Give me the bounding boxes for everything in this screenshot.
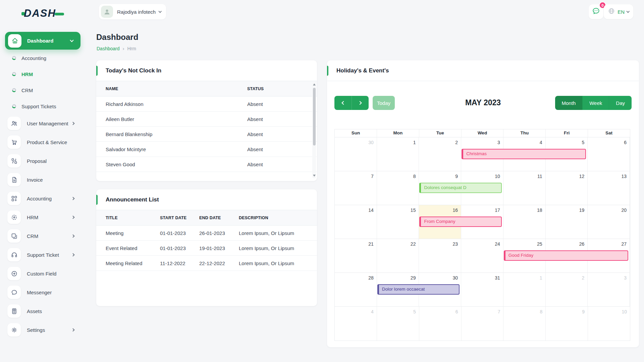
card-title: Holiday's & Event's <box>336 67 389 74</box>
sidebar-item-user-management[interactable]: User Management <box>0 114 87 133</box>
chat-bubble-icon <box>592 7 600 17</box>
calendar-event-dolor-lorem-occaecat[interactable]: Dolor lorem occaecat <box>377 284 460 295</box>
sidebar-item-label: Accounting <box>27 196 72 201</box>
language-selector[interactable]: EN <box>604 4 633 19</box>
scroll-down-icon[interactable] <box>313 175 316 177</box>
sidebar-item-invoice[interactable]: Invoice <box>0 170 87 189</box>
calendar-day-cell[interactable]: 21 <box>335 239 377 273</box>
day-number: 17 <box>495 207 500 213</box>
logo-text: DASH <box>24 7 56 19</box>
plus-circle-icon <box>7 267 21 280</box>
sidebar-item-custom-field[interactable]: Custom Field <box>0 264 87 283</box>
prev-month-button[interactable] <box>334 96 352 110</box>
calendar-day-cell[interactable]: 20 <box>588 205 630 239</box>
calendar-event-dolores-consequat-d[interactable]: Dolores consequat D <box>419 183 501 193</box>
table-cell: Aileen Butler <box>106 116 247 122</box>
today-button[interactable]: Today <box>373 96 395 110</box>
sidebar-subitem-support-tickets[interactable]: Support Tickets <box>0 98 87 114</box>
table-body: Meeting01-01-202326-01-2023Lorem Ipsum, … <box>96 226 317 271</box>
sidebar-item-messenger[interactable]: Messenger <box>0 283 87 302</box>
sidebar-item-dashboard[interactable]: Dashboard <box>5 32 80 50</box>
column-header: DESCRIPTION <box>239 216 308 220</box>
table-cell: Absent <box>247 131 308 137</box>
calendar-day-cell[interactable]: 6 <box>419 307 462 341</box>
calendar-day-cell[interactable]: 7 <box>462 307 504 341</box>
table-cell: Lorem Ipsum, Or Lipsum <box>239 245 308 251</box>
day-number: 9 <box>455 174 458 179</box>
sidebar-item-settings[interactable]: Settings <box>0 320 87 339</box>
calendar-day-cell[interactable]: 6 <box>588 137 630 171</box>
invoice-icon <box>7 173 21 186</box>
day-header-thu: Thu <box>503 129 546 137</box>
sidebar-subitem-accounting[interactable]: Accounting <box>0 50 87 66</box>
calendar-day-cell[interactable]: 30 <box>335 137 377 171</box>
next-month-button[interactable] <box>352 96 369 110</box>
calendar-day-cell[interactable]: 1 <box>377 137 419 171</box>
table-row: Steven GoodAbsent <box>96 157 317 172</box>
column-header: START DATE <box>160 216 199 220</box>
calendar-day-cell[interactable]: 2 <box>419 137 461 171</box>
sidebar-item-product-service[interactable]: Product & Service <box>0 133 87 152</box>
calendar-day-cell[interactable]: 23 <box>419 239 461 273</box>
calendar-event-from-company[interactable]: From Company <box>419 217 501 227</box>
scrollbar-thumb[interactable] <box>313 88 316 145</box>
calendar-day-cell[interactable]: 12 <box>546 171 588 205</box>
calendar-day-cell[interactable]: 8 <box>503 307 546 341</box>
table-cell: Absent <box>247 146 308 152</box>
view-month-button[interactable]: Month <box>555 96 583 110</box>
calendar-day-cell[interactable]: 28 <box>335 273 377 306</box>
calendar-day-cell[interactable]: 11 <box>503 171 546 205</box>
calendar-day-cell[interactable]: 22 <box>377 239 419 273</box>
sidebar-item-accounting[interactable]: Accounting <box>0 189 87 208</box>
calendar-event-good-friday[interactable]: Good Friday <box>504 250 628 261</box>
sidebar-item-assets[interactable]: Assets <box>0 302 87 320</box>
crm-icon <box>7 229 21 243</box>
calendar-day-cell[interactable]: 7 <box>335 171 377 205</box>
sidebar-subitem-hrm[interactable]: HRM <box>0 66 87 82</box>
calendar-day-cell[interactable]: 1 <box>503 273 546 306</box>
table-header: TITLE START DATE END DATE DESCRIPTION <box>96 210 317 226</box>
calendar-event-christmas[interactable]: Christmas <box>462 149 586 159</box>
calendar-day-cell[interactable]: 2 <box>546 273 588 306</box>
sidebar-item-support-ticket[interactable]: Support Ticket <box>0 245 87 264</box>
calendar-day-cell[interactable]: 18 <box>503 205 546 239</box>
calendar-day-cell[interactable]: 10 <box>588 307 630 341</box>
sidebar-main-items: User ManagementProduct & ServiceProposal… <box>0 114 87 339</box>
breadcrumb-dashboard-link[interactable]: Dashboard <box>97 46 120 51</box>
day-number: 2 <box>455 140 458 145</box>
day-number: 23 <box>453 241 458 247</box>
scroll-up-icon[interactable] <box>313 83 316 85</box>
column-header: STATUS <box>247 86 308 91</box>
calendar-day-cell[interactable]: 31 <box>461 273 503 306</box>
sidebar-item-proposal[interactable]: Proposal <box>0 152 87 170</box>
company-name: Rajodiya infotech <box>117 9 156 15</box>
calendar-day-cell[interactable]: 4 <box>335 307 377 341</box>
calendar-day-cell[interactable]: 19 <box>546 205 588 239</box>
calendar-day-cell[interactable]: 15 <box>377 205 419 239</box>
table-cell: Richard Atkinson <box>106 101 247 107</box>
calendar-day-cell[interactable]: 5 <box>377 307 419 341</box>
calendar-day-header-row: SunMonTueWedThuFriSat <box>334 129 630 137</box>
calendar-day-cell[interactable]: 24 <box>461 239 503 273</box>
notifications-button[interactable]: 0 <box>589 4 603 19</box>
calendar-day-cell[interactable]: 8 <box>377 171 419 205</box>
day-number: 13 <box>621 174 627 179</box>
calendar-day-cell[interactable]: 14 <box>335 205 377 239</box>
calendar-week-row: 28293031123Dolor lorem occaecat <box>335 273 630 307</box>
sidebar-item-crm[interactable]: CRM <box>0 227 87 245</box>
sidebar-subitem-label: HRM <box>21 71 33 77</box>
table-scrollbar[interactable] <box>312 82 316 178</box>
calendar-day-cell[interactable]: 13 <box>588 171 630 205</box>
day-number: 16 <box>453 207 458 213</box>
sidebar-subitem-crm[interactable]: CRM <box>0 82 87 98</box>
sidebar-item-hrm[interactable]: HRM <box>0 208 87 227</box>
calendar-week-row: 78910111213Dolores consequat D <box>335 171 630 205</box>
company-selector[interactable]: Rajodiya infotech <box>99 4 166 19</box>
calendar-day-cell[interactable]: 9 <box>546 307 588 341</box>
calendar-day-cell[interactable]: 3 <box>588 273 630 306</box>
day-number: 30 <box>453 275 458 281</box>
view-day-button[interactable]: Day <box>609 96 632 110</box>
view-week-button[interactable]: Week <box>582 96 609 110</box>
sidebar-item-label: Support Ticket <box>27 252 72 258</box>
table-cell: Salvador Mcintyre <box>106 146 247 152</box>
